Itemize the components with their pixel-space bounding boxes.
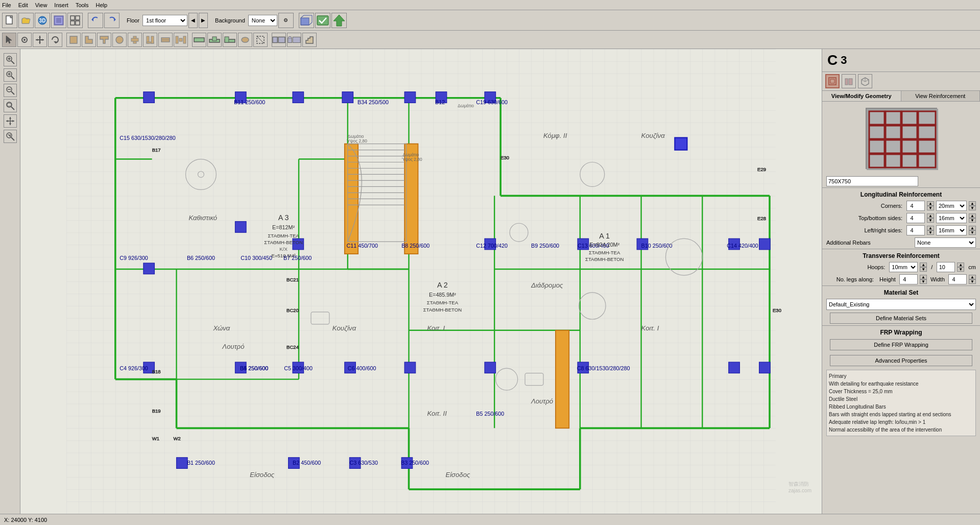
check-btn[interactable] <box>315 13 330 28</box>
corners-value[interactable] <box>906 201 925 211</box>
view-3d-btn[interactable] <box>299 13 314 28</box>
left-right-value[interactable] <box>906 225 925 235</box>
beam-t-btn[interactable] <box>207 33 222 47</box>
wall-shape-btn[interactable] <box>272 33 286 47</box>
grid-button[interactable] <box>67 13 83 28</box>
svg-rect-35 <box>151 36 154 43</box>
svg-rect-38 <box>176 36 178 43</box>
cross-btn[interactable] <box>128 33 142 47</box>
corners-down[interactable]: ▼ <box>927 206 934 210</box>
hoops-spacing[interactable] <box>937 262 955 272</box>
svg-rect-40 <box>183 36 186 43</box>
svg-text:E28: E28 <box>757 216 766 221</box>
svg-text:Κουζίνα: Κουζίνα <box>332 324 356 332</box>
pan-btn[interactable] <box>4 114 17 128</box>
column-round-btn[interactable] <box>238 33 252 47</box>
menu-edit[interactable]: Edit <box>18 2 28 8</box>
zoom-extent-btn[interactable] <box>4 53 17 66</box>
svg-text:ΣΤΑΘΜΗ-ΤΕΑ: ΣΤΑΘΜΗ-ΤΕΑ <box>589 250 620 255</box>
rect-col-btn[interactable] <box>66 33 81 47</box>
svg-text:C3 630/530: C3 630/530 <box>349 460 378 466</box>
new-button[interactable] <box>2 13 17 28</box>
material-select[interactable]: Default_Existing <box>826 299 976 310</box>
staircase-btn[interactable] <box>302 33 317 47</box>
tab-view-modify[interactable]: View/Modify Geometry <box>822 91 901 101</box>
svg-rect-129 <box>729 362 740 373</box>
l-shape-btn[interactable] <box>82 33 96 47</box>
background-btn[interactable]: ⚙ <box>278 13 294 28</box>
dimension-input[interactable] <box>826 176 918 186</box>
svg-text:B12: B12 <box>435 99 445 105</box>
move-tool[interactable] <box>33 33 47 47</box>
svg-rect-39 <box>179 38 182 41</box>
svg-rect-246 <box>918 126 936 139</box>
background-select[interactable]: None Image <box>248 15 277 26</box>
zoom-window-btn[interactable] <box>4 99 17 112</box>
svg-text:B9 250/600: B9 250/600 <box>531 243 559 249</box>
width-value[interactable] <box>948 274 967 284</box>
svg-line-66 <box>11 107 14 110</box>
slab-btn[interactable] <box>253 33 268 47</box>
export-btn[interactable] <box>331 13 347 28</box>
svg-text:Λουτρό: Λουτρό <box>531 397 553 405</box>
define-material-btn[interactable]: Define Material Sets <box>830 313 972 324</box>
svg-text:C10 300/450: C10 300/450 <box>241 255 272 261</box>
menu-file[interactable]: File <box>2 2 11 8</box>
col-number: 3 <box>841 54 847 67</box>
col-side-icon[interactable] <box>842 74 856 88</box>
open-button[interactable] <box>18 13 34 28</box>
additional-select[interactable]: None <box>915 237 976 248</box>
menu-view[interactable]: View <box>35 2 47 8</box>
menu-tools[interactable]: Tools <box>76 2 89 8</box>
menu-insert[interactable]: Insert <box>54 2 68 8</box>
zoom-out-btn[interactable] <box>4 84 17 97</box>
top-bottom-value[interactable] <box>906 213 925 223</box>
left-right-mm-select[interactable]: 16mm20mm12mm <box>936 225 967 235</box>
h-shape-btn[interactable] <box>174 33 188 47</box>
circle-col-btn[interactable] <box>112 33 127 47</box>
svg-text:B19: B19 <box>152 408 161 414</box>
zoom-in-btn[interactable] <box>4 68 17 82</box>
floor-select[interactable]: 1st floor 2nd floor Ground floor <box>142 15 187 26</box>
svg-text:B8 250/600: B8 250/600 <box>401 243 429 249</box>
3d-view-button[interactable] <box>51 13 66 28</box>
svg-rect-105 <box>144 92 155 103</box>
t-shape-btn[interactable] <box>97 33 111 47</box>
floor-prev-button[interactable]: ◀ <box>188 13 198 28</box>
import-button[interactable]: 3D <box>35 13 50 28</box>
select-tool[interactable] <box>2 33 16 47</box>
svg-text:C8 630/1530/280/280: C8 630/1530/280/280 <box>577 365 630 371</box>
height-value[interactable] <box>899 274 918 284</box>
col-3d-icon[interactable] <box>858 74 872 88</box>
corners-spinner[interactable]: ▲ ▼ <box>927 201 934 210</box>
col-plan-icon[interactable] <box>825 74 840 88</box>
svg-marker-23 <box>39 42 41 44</box>
beam-l-btn[interactable] <box>223 33 237 47</box>
menu-help[interactable]: Help <box>96 2 108 8</box>
undo-button[interactable] <box>88 13 103 28</box>
rotate-tool[interactable] <box>48 33 62 47</box>
svg-text:Δωμάτιο: Δωμάτιο <box>348 134 364 139</box>
canvas-area[interactable]: C15 630/1530/280/280 C9 926/300 C4 926/3… <box>20 49 822 514</box>
advanced-btn[interactable]: Advanced Properties <box>830 355 972 366</box>
svg-rect-9 <box>70 21 75 25</box>
u-shape-btn[interactable] <box>143 33 157 47</box>
arch-wall-btn[interactable] <box>287 33 301 47</box>
wall-btn[interactable] <box>158 33 173 47</box>
main-area: C15 630/1530/280/280 C9 926/300 C4 926/3… <box>0 49 980 514</box>
corners-mm-select[interactable]: 20mm16mm12mm <box>936 201 967 211</box>
hoops-mm-select[interactable]: 10mm8mm12mm <box>889 262 918 272</box>
zoom-previous-btn[interactable] <box>4 130 17 143</box>
redo-button[interactable] <box>104 13 119 28</box>
corners-up[interactable]: ▲ <box>927 201 934 206</box>
define-frp-btn[interactable]: Define FRP Wrapping <box>830 339 972 350</box>
svg-rect-248 <box>886 140 901 153</box>
beam-rect-btn[interactable] <box>192 33 206 47</box>
svg-marker-25 <box>42 39 44 41</box>
node-tool[interactable] <box>17 33 32 47</box>
floor-next-button[interactable]: ▶ <box>199 13 208 28</box>
zoom-panel <box>0 49 20 514</box>
top-bottom-mm-select[interactable]: 16mm20mm12mm <box>936 213 967 223</box>
tab-view-reinforcement[interactable]: View Reinforcement <box>901 91 981 101</box>
svg-text:ΣΤΑΘΜΗ-ΒΕΤΟΝ: ΣΤΑΘΜΗ-ΒΕΤΟΝ <box>423 307 462 313</box>
